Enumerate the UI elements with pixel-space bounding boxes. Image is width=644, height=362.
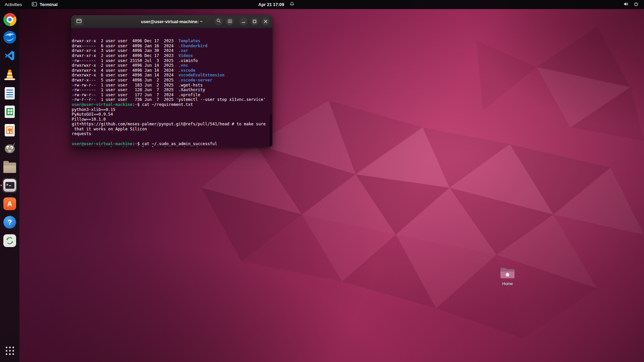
- terminal-line: -rw------- 1 user user 128 Jun 7 2025 .X…: [72, 87, 272, 93]
- help-glyph: ?: [8, 219, 12, 226]
- terminal-line: that it works on Apple Silicon: [72, 127, 272, 132]
- terminal-window: user@user-virtual-machine: ~: [71, 15, 272, 147]
- terminal-line: PyAutoGUI==0.9.54: [72, 112, 272, 117]
- terminal-titlebar[interactable]: user@user-virtual-machine: ~: [71, 15, 272, 28]
- dock-item-app-grid[interactable]: [2, 343, 17, 358]
- terminal-line: -rw-r--r-- 1 user user 736 Jun 7 2025 'y…: [72, 97, 272, 102]
- close-icon: [264, 18, 267, 24]
- clock-button[interactable]: Apr 21 17:09: [256, 0, 297, 9]
- terminal-line: drwxrwxr-x 4 user user 4096 Jan 14 2024 …: [72, 68, 272, 73]
- dock-item-libreoffice-writer[interactable]: [2, 86, 17, 101]
- files-icon: [3, 163, 16, 173]
- help-icon: ?: [3, 216, 16, 229]
- terminal-line: requests: [72, 131, 272, 136]
- libreoffice-impress-icon: [5, 124, 15, 136]
- home-folder-label: Home: [502, 282, 513, 286]
- window-title: user@user-virtual-machine: ~: [141, 19, 203, 24]
- ubuntu-software-glyph: A: [7, 200, 12, 208]
- volume-icon: [623, 1, 629, 8]
- minimize-icon: [242, 18, 245, 24]
- terminal-line: drwxrwxr-x 6 user user 4096 Jan 14 2024 …: [72, 73, 272, 78]
- terminal-app-icon: [32, 2, 37, 7]
- top-bar: Activities Terminal Apr 21 17:09: [0, 0, 644, 9]
- software-updater-icon: [3, 234, 16, 247]
- terminal-line: drwxr-xr-x 3 user user 4096 Jan 30 2024 …: [72, 48, 272, 53]
- dock-item-ubuntu-software[interactable]: A: [2, 196, 17, 211]
- terminal-icon: [3, 179, 16, 192]
- new-tab-button[interactable]: [74, 17, 84, 25]
- dock-item-libreoffice-calc[interactable]: [2, 104, 17, 119]
- dock-item-help[interactable]: ?: [2, 215, 17, 230]
- chrome-icon: [3, 13, 16, 26]
- activities-label: Activities: [5, 2, 22, 7]
- focused-app-name: Terminal: [40, 2, 57, 7]
- terminal-line: -rw-rw-r-- 1 user user 177 Jun 7 2024 .x…: [72, 93, 272, 98]
- menu-button[interactable]: [226, 17, 234, 25]
- libreoffice-calc-icon: [5, 106, 15, 118]
- dock: A ?: [0, 9, 19, 362]
- activities-button[interactable]: Activities: [0, 0, 26, 9]
- terminal-line: drwxrwxr-x 2 user user 4096 Jun 14 2025 …: [72, 63, 272, 68]
- terminal-line: drwx------ 6 user user 4096 Jan 16 2024 …: [72, 44, 272, 49]
- hamburger-icon: [228, 18, 232, 24]
- ubuntu-software-icon: A: [3, 197, 16, 210]
- terminal-line: python3-xlib==0.15: [72, 107, 272, 112]
- new-tab-icon: [76, 18, 82, 24]
- terminal-line: drwxr-xr-x 2 user user 4096 Dec 17 2023 …: [72, 53, 272, 58]
- dock-item-libreoffice-impress[interactable]: [2, 123, 17, 137]
- dock-item-files[interactable]: [2, 160, 17, 174]
- scrollbar-thumb[interactable]: [270, 114, 272, 146]
- notification-bell-icon: [289, 2, 294, 8]
- terminal-line: user@user-virtual-machine:~$ ls -la ~ | …: [72, 146, 272, 147]
- app-grid-icon: [6, 347, 14, 355]
- app-menu-button[interactable]: Terminal: [32, 2, 57, 7]
- dock-item-vscode[interactable]: [2, 49, 17, 64]
- dock-item-gimp[interactable]: [2, 141, 17, 156]
- home-folder-shortcut[interactable]: Home: [499, 266, 516, 286]
- clock-label: Apr 21 17:09: [258, 2, 284, 7]
- terminal-line: -rw-rw-r-- 1 user user 183 Jun 2 2025 .w…: [72, 83, 272, 88]
- terminal-line: user@user-virtual-machine:~$ cat ~/requi…: [72, 102, 272, 107]
- close-button[interactable]: [262, 17, 270, 25]
- terminal-line: drwxr-xr-x 2 user user 4096 Dec 17 2023 …: [72, 39, 272, 44]
- libreoffice-writer-icon: [5, 87, 15, 100]
- terminal-content[interactable]: drwxr-xr-x 2 user user 4096 Dec 17 2023 …: [71, 28, 272, 147]
- dock-item-software-updater[interactable]: [2, 233, 17, 248]
- system-status-area[interactable]: [621, 0, 641, 9]
- dock-item-vlc[interactable]: [2, 67, 17, 82]
- search-icon: [216, 18, 221, 24]
- minimize-button[interactable]: [239, 17, 248, 25]
- home-folder-icon: [500, 266, 515, 281]
- terminal-line: -rw------- 1 user user 23150 Jul 3 2025 …: [72, 58, 272, 63]
- dock-item-google-chrome[interactable]: [2, 12, 17, 27]
- gimp-icon: [3, 142, 16, 155]
- terminal-line: git+https://github.com/moses-palmer/pynp…: [72, 122, 272, 127]
- terminal-line: drwxr-x--- 5 user user 4096 Jun 2 2025 .…: [72, 78, 272, 83]
- terminal-output: drwxr-xr-x 2 user user 4096 Dec 17 2023 …: [72, 39, 272, 147]
- thunderbird-icon: [3, 31, 16, 45]
- vscode-icon: [4, 50, 16, 63]
- vlc-icon: [4, 70, 15, 80]
- power-icon: [634, 2, 639, 8]
- search-button[interactable]: [215, 17, 223, 25]
- maximize-icon: [253, 18, 256, 24]
- terminal-line: user@user-virtual-machine:~$ cat ~/.sudo…: [72, 141, 272, 146]
- dock-item-thunderbird[interactable]: [2, 31, 17, 45]
- terminal-line: [72, 136, 272, 141]
- terminal-line: Pillow==10.1.0: [72, 117, 272, 122]
- dock-item-terminal[interactable]: [2, 178, 17, 193]
- maximize-button[interactable]: [251, 17, 259, 25]
